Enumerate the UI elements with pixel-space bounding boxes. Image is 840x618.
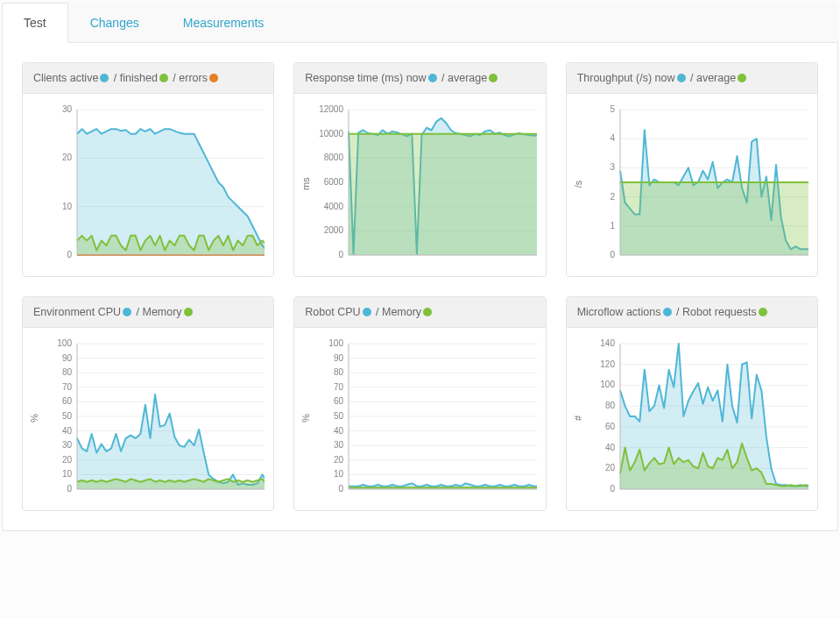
svg-text:4000: 4000	[324, 202, 344, 211]
chart-header: Robot CPU / Memory	[294, 297, 545, 328]
chart-card-4: Robot CPU / Memory%010203040506070809010…	[293, 296, 546, 511]
svg-text:0: 0	[611, 250, 616, 259]
tab-measurements[interactable]: Measurements	[161, 3, 286, 43]
svg-text:90: 90	[334, 353, 344, 363]
chart-svg: 0102030	[40, 101, 265, 267]
svg-text:20: 20	[605, 463, 616, 472]
chart-title-text: / finished	[110, 72, 158, 84]
chart-body: ms020004000600080001000012000	[294, 94, 545, 276]
legend-dot-blue	[428, 74, 437, 82]
chart-svg: 020004000600080001000012000	[312, 101, 536, 267]
svg-text:40: 40	[61, 426, 72, 436]
svg-text:140: 140	[601, 338, 616, 348]
legend-dot-green	[423, 308, 432, 316]
chart-card-1: Response time (ms) now / averagems020004…	[293, 62, 546, 277]
chart-header: Response time (ms) now / average	[294, 63, 545, 94]
tab-bar: Test Changes Measurements	[2, 2, 838, 43]
svg-text:0: 0	[611, 484, 616, 494]
chart-title-text: / errors	[170, 72, 208, 84]
svg-text:60: 60	[605, 422, 616, 431]
chart-card-0: Clients active / finished / errors.01020…	[22, 62, 274, 277]
y-axis-label: #	[572, 412, 582, 424]
svg-text:40: 40	[334, 426, 344, 436]
svg-text:6000: 6000	[324, 177, 344, 187]
y-axis-label: /s	[572, 178, 582, 190]
chart-body: %0102030405060708090100	[294, 328, 545, 510]
chart-title-text: Throughput (/s) now	[577, 72, 675, 84]
svg-text:8000: 8000	[324, 153, 344, 162]
chart-title-text: Response time (ms) now	[305, 72, 426, 84]
svg-text:2000: 2000	[324, 225, 344, 235]
chart-title-text: / average	[439, 72, 488, 84]
svg-text:80: 80	[61, 367, 72, 377]
svg-text:2: 2	[611, 192, 616, 202]
chart-body: #020406080100120140	[567, 328, 817, 510]
chart-body: /s012345	[567, 94, 817, 276]
svg-text:10: 10	[61, 202, 72, 211]
legend-dot-blue	[100, 74, 109, 82]
chart-title-text: Robot CPU	[305, 306, 360, 318]
svg-text:1: 1	[611, 221, 616, 231]
svg-text:100: 100	[328, 338, 343, 348]
chart-grid: Clients active / finished / errors.01020…	[22, 62, 818, 511]
legend-dot-green	[738, 74, 746, 82]
chart-svg: 0102030405060708090100	[40, 335, 265, 501]
chart-header: Microflow actions / Robot requests	[567, 297, 817, 328]
svg-text:100: 100	[601, 380, 616, 389]
legend-dot-green	[184, 308, 193, 316]
svg-text:12000: 12000	[320, 104, 344, 114]
svg-text:10: 10	[61, 469, 72, 479]
legend-dot-blue	[677, 74, 686, 82]
svg-text:0: 0	[67, 484, 72, 494]
chart-title-text: / Robot requests	[674, 306, 757, 318]
chart-svg: 020406080100120140	[583, 335, 808, 501]
svg-text:80: 80	[605, 401, 616, 410]
chart-card-2: Throughput (/s) now / average/s012345	[566, 62, 818, 277]
svg-text:120: 120	[601, 359, 616, 369]
legend-dot-green	[489, 74, 498, 82]
svg-text:20: 20	[334, 455, 344, 465]
svg-text:70: 70	[61, 382, 72, 392]
svg-text:60: 60	[61, 396, 72, 406]
legend-dot-blue	[123, 308, 131, 316]
svg-text:10000: 10000	[320, 129, 344, 139]
svg-text:20: 20	[61, 455, 72, 465]
y-axis-label: %	[300, 412, 311, 424]
chart-title-text: Environment CPU	[33, 306, 121, 318]
chart-body: .0102030	[23, 94, 273, 276]
svg-text:60: 60	[334, 396, 344, 406]
legend-dot-blue	[663, 308, 672, 316]
svg-text:4: 4	[611, 133, 616, 143]
svg-text:0: 0	[339, 250, 344, 259]
chart-title-text: Clients active	[33, 72, 98, 84]
legend-dot-green	[159, 74, 168, 82]
chart-header: Clients active / finished / errors	[23, 63, 273, 94]
svg-text:50: 50	[334, 411, 344, 421]
chart-title-text: / Memory	[373, 306, 422, 318]
chart-body: %0102030405060708090100	[23, 328, 273, 510]
chart-svg: 0102030405060708090100	[312, 335, 537, 501]
chart-header: Throughput (/s) now / average	[567, 63, 817, 94]
svg-text:20: 20	[61, 153, 72, 162]
chart-title-text: / average	[688, 72, 737, 84]
tab-test[interactable]: Test	[2, 3, 68, 43]
svg-text:5: 5	[611, 104, 616, 114]
svg-text:3: 3	[611, 162, 616, 172]
legend-dot-green	[759, 308, 767, 316]
svg-text:0: 0	[67, 250, 72, 259]
legend-dot-orange	[209, 74, 218, 82]
chart-title-text: Microflow actions	[577, 306, 661, 318]
tab-changes[interactable]: Changes	[68, 3, 161, 43]
svg-text:30: 30	[61, 440, 72, 450]
y-axis-label: %	[29, 412, 39, 424]
svg-text:70: 70	[334, 382, 344, 392]
chart-card-3: Environment CPU / Memory%010203040506070…	[22, 296, 274, 511]
svg-text:90: 90	[61, 353, 72, 363]
chart-svg: 012345	[583, 101, 808, 267]
chart-card-5: Microflow actions / Robot requests#02040…	[566, 296, 818, 511]
chart-header: Environment CPU / Memory	[23, 297, 273, 328]
svg-text:100: 100	[57, 338, 72, 348]
legend-dot-blue	[363, 308, 371, 316]
svg-text:40: 40	[605, 443, 616, 452]
tab-content: Clients active / finished / errors.01020…	[2, 43, 838, 531]
